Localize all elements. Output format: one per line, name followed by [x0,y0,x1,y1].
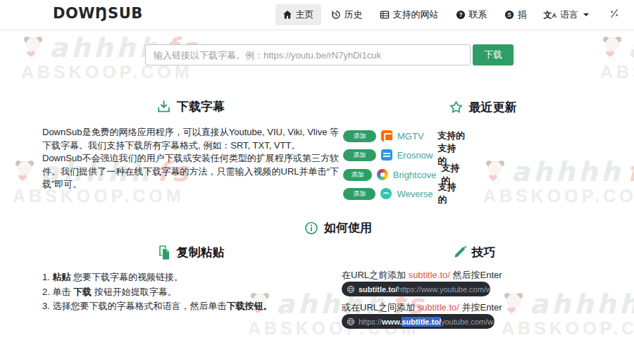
weverse-logo-icon [380,188,392,199]
watermark-avatar-icon [600,34,624,62]
nav-home[interactable]: 主页 [275,4,321,25]
question-circle-icon: ? [456,10,466,20]
step-2: 2. 单击 下载 按钮开始提取字幕。 [42,287,345,298]
donate-circle-icon: S [504,10,514,20]
add-button[interactable]: 添加 [343,130,376,142]
step-text: 1. [42,272,52,282]
chevron-down-icon [583,13,589,16]
url-rest-part: https://www.youtube.com/watc [398,285,490,294]
add-button[interactable]: 添加 [343,188,375,200]
tip-text: 在URL之前添加 [342,270,409,280]
globe-icon [347,285,355,294]
site-list-icon [380,10,390,20]
watermark-text: ahhhh [511,156,623,187]
recent-section-title: 最近更新 [469,99,517,115]
watermark-text: fs [628,156,634,187]
nav-contact-label: 联系 [469,8,487,21]
top-navbar: DOWŊSUB 主页 历史 支持的网站 ? 联系 S 捐 [0,0,634,30]
tips-title: 技巧 [472,244,496,261]
step-text: 您要下载字幕的视频链接。 [70,272,183,282]
site-link[interactable]: Weverse [397,189,433,199]
site-link[interactable]: Erosnow [397,150,433,161]
url-input[interactable] [145,44,471,65]
step-text-bold: 粘贴 [52,272,70,282]
watermark: ahhhhfs ABSKOOP.COM [600,32,634,82]
tip-text: 或在URL之间添加 [342,302,418,313]
add-button[interactable]: 添加 [343,149,376,161]
pencil-icon [453,246,466,259]
subtitle-to-link: subtitle.to/ [418,302,459,313]
translate-icon: 文A [544,11,557,19]
watermark-caps: ABSKOOP.COM [600,62,634,82]
site-link[interactable]: MGTV [397,131,424,142]
history-icon [331,10,341,20]
step-3: 3. 选择您要下载的字幕格式和语言，然后单击下载按钮。 [42,301,345,312]
star-icon [449,100,464,115]
supported-label: 支持的 [437,130,465,142]
nav-donate-label: 捐 [518,8,527,21]
site-row-brightcove: 添加 Brightcove 支持的 [343,168,465,182]
info-circle-icon [304,221,318,235]
brightcove-logo-icon [377,169,388,180]
nav-home-label: 主页 [296,8,314,21]
site-row-mgtv: 添加 MGTV 支持的 [343,129,465,143]
instruction-steps: 1. 粘贴 您要下载字幕的视频链接。 2. 单击 下载 按钮开始提取字幕。 3.… [42,272,345,315]
url-selected-part: subtitle.to/ [402,317,441,327]
copy-paste-title: 复制粘贴 [177,244,225,261]
watermark-caps: ABSKOOP.COM [502,318,634,339]
erosnow-logo-icon [381,149,392,161]
nav-history-label: 历史 [344,8,363,21]
url-www-part: www. [382,318,402,326]
downsub-logo[interactable]: DOWŊSUB [53,5,143,22]
watermark-avatar-icon [21,34,45,62]
copy-paste-header: 复制粘贴 [42,244,339,261]
step-text: 3. 选择您要下载的字幕格式和语言，然后单击 [42,301,226,311]
download-button[interactable]: 下载 [473,44,514,65]
add-button[interactable]: 添加 [343,169,372,181]
how-to-title: 如何使用 [324,220,372,236]
home-icon [282,10,292,20]
nav-history[interactable]: 历史 [324,4,370,25]
nav-donate[interactable]: S 捐 [497,4,534,25]
download-section-header: 下载字幕 [42,99,339,115]
intro-text: DownSub是免费的网络应用程序，可以直接从Youtube, VIU, Vik… [42,126,339,192]
site-link[interactable]: Brightcove [393,170,436,180]
tip-text: 并按Enter [459,302,502,313]
nav-contact[interactable]: ? 联系 [449,4,495,25]
watermark-avatar-icon [483,158,507,186]
download-section-title: 下载字幕 [177,99,225,115]
tip-2: 或在URL之间添加 subtitle.to/ 并按Enter [342,301,502,314]
subtitle-to-link: subtitle.to/ [409,270,450,280]
tip-1: 在URL之前添加 subtitle.to/ 然后按Enter [342,269,502,282]
percent-slash-icon[interactable] [606,5,623,25]
nav-supported-sites-label: 支持的网站 [393,8,439,21]
url-typed-part: subtitle.to/ [359,285,398,294]
downsub-page: ahhhhfs ABSKOOP.COM ahhhhfs ABSKOOP.COM … [0,0,634,364]
copy-icon [157,245,171,261]
svg-text:?: ? [459,11,462,18]
intro-paragraph-2: DownSub不会强迫我们的用户下载或安装任何类型的扩展程序或第三方软件。我们提… [42,152,339,192]
watermark-avatar-icon [502,290,526,318]
mgtv-logo-icon [381,130,392,142]
download-tray-icon [156,99,171,114]
watermark-caps: ABSKOOP.COM [483,186,634,206]
nav-language-label: 语言 [560,8,578,21]
how-to-header: 如何使用 [42,220,634,236]
svg-text:S: S [507,11,511,18]
globe-icon [347,318,355,326]
step-text-bold: 下载按钮。 [226,301,272,311]
intro-paragraph-1: DownSub是免费的网络应用程序，可以直接从Youtube, VIU, Vik… [42,126,339,152]
main-nav: 主页 历史 支持的网站 ? 联系 S 捐 文A 语言 [275,0,623,30]
step-text: 2. 单击 [42,287,73,297]
supported-label: 支持的 [437,181,465,206]
step-1: 1. 粘贴 您要下载字幕的视频链接。 [42,272,345,283]
step-text: 按钮开始提取字幕。 [92,287,177,297]
site-row-erosnow: 添加 Erosnow 支持的 [343,148,465,162]
watermark-avatar-icon [13,158,37,186]
nav-language[interactable]: 文A 语言 [537,4,597,25]
watermark: ahhhhfs ABSKOOP.COM [502,289,634,339]
watermark-text: ahhhh [628,32,634,63]
site-row-weverse: 添加 Weverse 支持的 [343,187,465,201]
nav-supported-sites[interactable]: 支持的网站 [373,4,446,25]
url-example-bar-1: subtitle.to/https://www.youtube.com/watc [342,282,490,296]
